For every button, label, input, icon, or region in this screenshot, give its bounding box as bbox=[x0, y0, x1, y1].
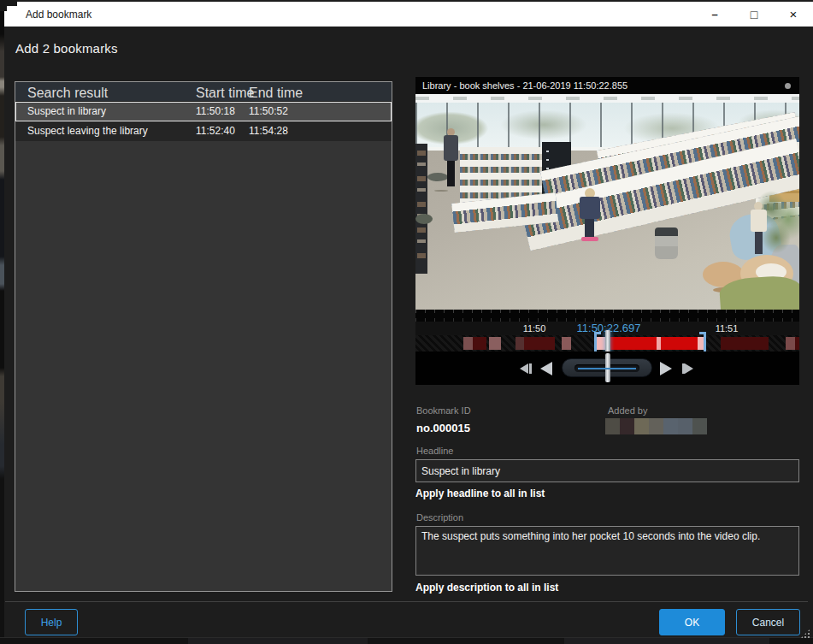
pink-shoes bbox=[581, 237, 598, 241]
background-app-left-sliver bbox=[0, 0, 4, 644]
resize-grip[interactable] bbox=[800, 629, 810, 639]
close-button[interactable]: × bbox=[779, 2, 808, 27]
help-button[interactable]: Help bbox=[25, 609, 78, 635]
apply-headline-link[interactable]: Apply headline to all in list bbox=[415, 487, 545, 499]
person-right bbox=[747, 202, 769, 255]
redaction-block bbox=[692, 418, 707, 434]
recording-segment bbox=[786, 337, 795, 350]
person-body bbox=[751, 210, 767, 232]
apply-description-link[interactable]: Apply description to all in list bbox=[415, 582, 558, 594]
search-results-panel: Search result Start time End time Suspec… bbox=[15, 81, 392, 592]
redaction-block bbox=[605, 418, 620, 434]
redaction-block bbox=[678, 418, 692, 434]
recording-segment bbox=[524, 337, 555, 350]
recording-segment bbox=[795, 337, 799, 350]
camera-title: Library - book shelves - 21-06-2019 11:5… bbox=[422, 80, 627, 91]
timeline-tick-label: 11:50 bbox=[523, 323, 546, 334]
results-table-header: Search result Start time End time bbox=[15, 82, 392, 102]
column-header-start-time: Start time bbox=[196, 86, 254, 101]
recording-segment bbox=[489, 337, 501, 350]
added-by-label: Added by bbox=[608, 405, 647, 416]
camera-status-dot bbox=[785, 83, 791, 89]
redaction-block bbox=[649, 418, 663, 434]
redaction-block bbox=[634, 418, 649, 434]
selected-recording bbox=[661, 337, 698, 350]
frame-bar bbox=[529, 363, 532, 374]
person-body bbox=[580, 197, 600, 219]
table-row[interactable]: Suspect leaving the library 11:52:40 11:… bbox=[15, 121, 392, 141]
bookmark-id-value: no.000015 bbox=[416, 422, 470, 434]
recording-segment bbox=[515, 337, 524, 350]
person-legs bbox=[447, 161, 455, 186]
play-forward-icon[interactable] bbox=[660, 362, 672, 375]
headline-input[interactable] bbox=[415, 459, 799, 482]
person-legs bbox=[755, 232, 763, 254]
table-row-selected[interactable]: Suspect in library 11:50:18 11:50:52 bbox=[15, 102, 392, 121]
corner-artifact bbox=[0, 0, 17, 6]
person-left bbox=[441, 128, 462, 188]
dark-shelf bbox=[415, 144, 427, 274]
recording-segment bbox=[721, 337, 769, 350]
added-by-redacted-value bbox=[605, 418, 707, 434]
stool bbox=[415, 214, 433, 224]
video-preview-panel: Library - book shelves - 21-06-2019 11:5… bbox=[415, 77, 799, 385]
timeline-tick-label: 11:51 bbox=[716, 323, 739, 334]
redaction-block bbox=[663, 418, 678, 434]
maximize-button[interactable]: □ bbox=[739, 2, 769, 27]
timeline-track[interactable] bbox=[415, 335, 799, 352]
result-name: Suspect leaving the library bbox=[27, 125, 148, 137]
timeline-ruler[interactable] bbox=[415, 310, 799, 322]
triangle-right-icon bbox=[685, 363, 693, 374]
person-legs bbox=[585, 219, 594, 238]
waste-bin bbox=[655, 227, 678, 259]
camera-title-bar: Library - book shelves - 21-06-2019 11:5… bbox=[415, 77, 799, 94]
headline-label: Headline bbox=[416, 446, 453, 456]
triangle-left-icon bbox=[520, 363, 528, 374]
corner-artifact bbox=[0, 6, 7, 11]
recording-segment bbox=[562, 337, 571, 350]
speed-slider[interactable] bbox=[562, 358, 652, 377]
suspect-person bbox=[574, 188, 605, 243]
redaction-block bbox=[620, 418, 634, 434]
column-header-search-result: Search result bbox=[27, 86, 108, 101]
play-backward-icon[interactable] bbox=[540, 362, 552, 375]
window-title: Add bookmark bbox=[26, 9, 91, 21]
footer-divider bbox=[5, 601, 808, 602]
add-bookmark-dialog: Add bookmark – □ × Add 2 bookmarks Searc… bbox=[0, 0, 813, 644]
bookmark-id-label: Bookmark ID bbox=[416, 405, 471, 416]
minimize-button[interactable]: – bbox=[700, 2, 729, 27]
background-app-bottom-sliver bbox=[0, 637, 813, 644]
recording-segment bbox=[473, 337, 486, 350]
playback-controls bbox=[415, 352, 799, 385]
result-end-time: 11:54:28 bbox=[249, 125, 288, 137]
description-input[interactable]: The suspect puts something into her pock… bbox=[415, 526, 799, 576]
page-title: Add 2 bookmarks bbox=[15, 41, 118, 56]
recording-segment bbox=[463, 337, 473, 350]
speed-slider-handle[interactable] bbox=[605, 353, 610, 382]
window-titlebar[interactable]: Add bookmark – □ × bbox=[4, 2, 813, 27]
description-label: Description bbox=[416, 512, 463, 523]
cancel-button[interactable]: Cancel bbox=[736, 609, 800, 635]
result-start-time: 11:52:40 bbox=[196, 125, 235, 137]
result-start-time: 11:50:18 bbox=[196, 105, 235, 117]
result-name: Suspect in library bbox=[27, 105, 106, 117]
selected-recording bbox=[607, 337, 657, 350]
ok-button[interactable]: OK bbox=[659, 609, 725, 635]
result-end-time: 11:50:52 bbox=[249, 105, 288, 117]
video-frame bbox=[415, 94, 799, 310]
person-body bbox=[444, 135, 458, 161]
column-header-end-time: End time bbox=[249, 86, 303, 101]
